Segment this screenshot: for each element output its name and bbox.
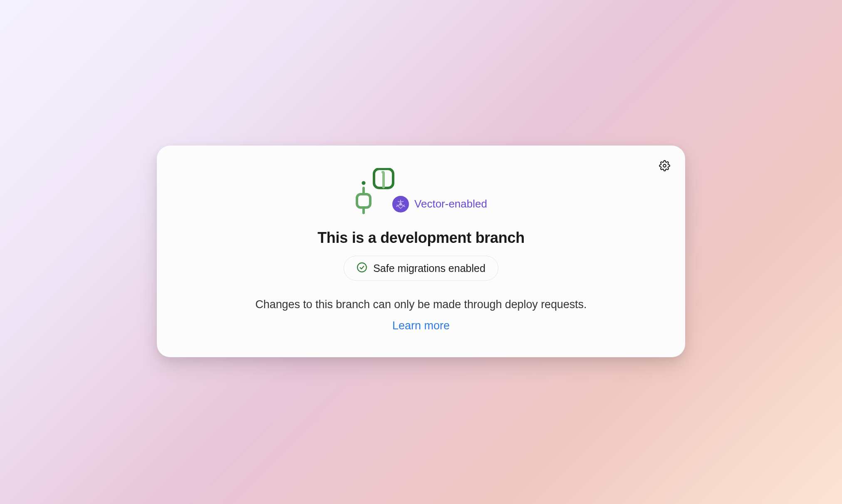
vector-enabled-label: Vector-enabled	[414, 198, 487, 210]
branch-illustration	[355, 168, 394, 216]
description-text: Changes to this branch can only be made …	[255, 298, 587, 311]
svg-point-5	[362, 181, 366, 185]
svg-rect-2	[357, 194, 370, 208]
page-title: This is a development branch	[317, 229, 525, 247]
settings-button[interactable]	[657, 159, 672, 174]
svg-point-9	[400, 203, 402, 205]
check-circle-icon	[357, 262, 367, 274]
illustration-row: Vector-enabled	[355, 168, 487, 216]
vector-enabled-badge: Vector-enabled	[391, 195, 487, 214]
safe-migrations-status: Safe migrations enabled	[344, 256, 498, 281]
branch-info-card: Vector-enabled This is a development bra…	[157, 146, 685, 357]
status-text: Safe migrations enabled	[373, 262, 485, 274]
svg-point-10	[357, 263, 367, 272]
svg-point-0	[663, 164, 666, 167]
gear-icon	[659, 160, 670, 173]
learn-more-link[interactable]: Learn more	[392, 319, 450, 332]
